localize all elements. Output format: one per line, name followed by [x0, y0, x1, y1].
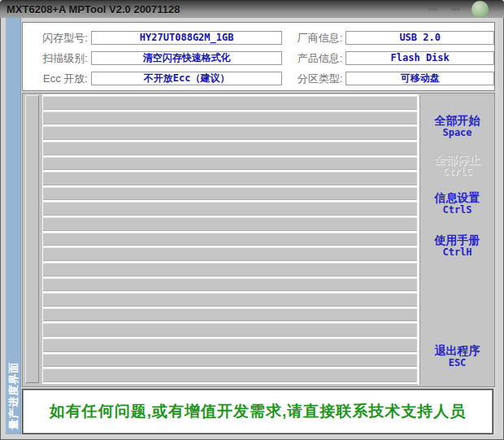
flash-model-field[interactable]: HY27UT088G2M_1GB [91, 31, 283, 45]
port-row [43, 354, 417, 368]
port-row [43, 278, 417, 292]
port-row [43, 323, 417, 337]
spine-label: 量产进度界面 [6, 359, 21, 432]
exit-program-button[interactable]: 退出程序 ESC [420, 345, 494, 368]
window-border-right [497, 18, 504, 440]
app-window: MXT6208+A MPTool V2.0 20071128 量产进度界面 闪存… [0, 0, 504, 440]
partition-type-label: 分区类型: [289, 72, 342, 85]
scan-level-label: 扫描级别: [31, 51, 88, 65]
port-row [43, 368, 417, 382]
vendor-info-field[interactable]: USB 2.0 [345, 31, 494, 45]
title-bar[interactable]: MXT6208+A MPTool V2.0 20071128 [0, 0, 504, 18]
maximize-icon[interactable] [451, 8, 460, 11]
port-row [43, 157, 417, 171]
content-area: 闪存型号: HY27UT088G2M_1GB 厂商信息: USB 2.0 扫描级… [21, 18, 497, 434]
scan-level-field[interactable]: 清空闪存快速格式化 [91, 51, 283, 65]
minimize-icon[interactable] [428, 8, 437, 11]
vendor-info-label: 厂商信息: [289, 31, 342, 45]
product-info-field[interactable]: Flash Disk [345, 51, 494, 65]
exit-program-hotkey: ESC [420, 358, 494, 368]
ecc-open-field[interactable]: 不开放Ecc（建议） [91, 72, 283, 85]
side-spine: 量产进度界面 [6, 18, 21, 434]
progress-panel: 全部开始 Space 全部停止 CtrlC 信息设置 CtrlS 使用手册 Ct… [22, 93, 495, 387]
user-manual-hotkey: CtrlH [420, 247, 494, 257]
window-title: MXT6208+A MPTool V2.0 20071128 [7, 1, 180, 19]
user-manual-button[interactable]: 使用手册 CtrlH [420, 234, 494, 257]
port-row [43, 293, 417, 307]
info-settings-hotkey: CtrlS [420, 205, 494, 215]
stop-all-hotkey: CtrlC [420, 167, 494, 176]
action-panel: 全部开始 Space 全部停止 CtrlC 信息设置 CtrlS 使用手册 Ct… [419, 95, 494, 385]
port-row [43, 338, 417, 352]
port-row [43, 187, 417, 201]
support-banner: 如有任何问题,或有增值开发需求,请直接联系技术支持人员 [22, 389, 493, 434]
port-index-column [25, 95, 39, 383]
port-row [43, 202, 417, 216]
port-row [43, 233, 417, 246]
flash-model-label: 闪存型号: [31, 31, 88, 45]
port-row [43, 308, 417, 322]
settings-panel: 闪存型号: HY27UT088G2M_1GB 厂商信息: USB 2.0 扫描级… [22, 22, 495, 91]
port-row [43, 172, 417, 185]
close-icon[interactable] [471, 1, 489, 18]
port-row [43, 247, 417, 261]
form-row-3: Ecc 开放: 不开放Ecc（建议） 分区类型: 可移动盘 [23, 72, 494, 85]
ecc-open-label: Ecc 开放: [31, 72, 88, 85]
port-row [43, 96, 417, 110]
support-text: 如有任何问题,或有增值开发需求,请直接联系技术支持人员 [50, 401, 467, 422]
port-row-list [42, 94, 418, 384]
stop-all-button[interactable]: 全部停止 CtrlC [420, 154, 494, 176]
port-row [43, 263, 417, 277]
partition-type-field[interactable]: 可移动盘 [345, 72, 494, 85]
form-row-2: 扫描级别: 清空闪存快速格式化 产品信息: Flash Disk [23, 51, 494, 65]
form-row-1: 闪存型号: HY27UT088G2M_1GB 厂商信息: USB 2.0 [23, 31, 494, 45]
port-row [43, 217, 417, 231]
port-row [43, 111, 417, 125]
product-info-label: 产品信息: [289, 51, 342, 65]
start-all-hotkey: Space [420, 128, 494, 137]
port-row [43, 126, 417, 140]
window-border-bottom [1, 434, 503, 440]
info-settings-button[interactable]: 信息设置 CtrlS [420, 192, 494, 215]
window-border-left [0, 18, 6, 440]
start-all-button[interactable]: 全部开始 Space [420, 115, 494, 137]
port-row [43, 142, 417, 155]
